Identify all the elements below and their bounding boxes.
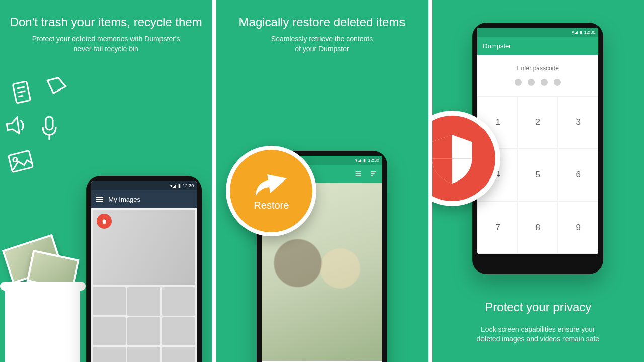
promo-panel-recycle: Don't trash your items, recycle them Pro… xyxy=(0,0,212,362)
shield-icon xyxy=(432,132,476,185)
keypad-key[interactable]: 2 xyxy=(518,96,558,149)
signal-icon: ▾◢ xyxy=(572,30,578,35)
keypad-key[interactable]: 9 xyxy=(558,201,598,254)
status-bar: ▾◢ ▮ 12:30 xyxy=(91,181,197,190)
grid-image[interactable] xyxy=(162,317,195,346)
app-bar-title: Dumpster xyxy=(482,42,511,50)
keypad-key[interactable]: 6 xyxy=(558,149,598,202)
grid-image-selected[interactable] xyxy=(93,210,195,285)
list-view-icon[interactable] xyxy=(354,170,362,178)
trash-icon xyxy=(101,218,108,225)
delete-badge[interactable] xyxy=(97,214,112,229)
subheadline: Protect your deleted memories with Dumps… xyxy=(0,34,212,54)
diamond-icon xyxy=(42,72,70,99)
svg-rect-6 xyxy=(46,117,53,130)
headline: Protect your privacy xyxy=(432,300,644,314)
grid-image[interactable] xyxy=(127,347,160,362)
promo-panel-restore: Magically restore deleted items Seamless… xyxy=(216,0,428,362)
signal-icon: ▾◢ xyxy=(355,158,361,163)
promo-panel-privacy: ▾◢ ▮ 12:30 Dumpster Enter passcode 1 2 3… xyxy=(432,0,644,362)
grid-image[interactable] xyxy=(127,287,160,316)
svg-marker-5 xyxy=(6,118,19,135)
status-time: 12:30 xyxy=(584,30,596,35)
status-time: 12:30 xyxy=(368,158,379,163)
phone-mock-gallery: ▾◢ ▮ 12:30 My Images xyxy=(86,176,202,362)
restore-label: Restore xyxy=(254,200,289,211)
svg-line-3 xyxy=(18,96,23,97)
keypad-key[interactable]: 5 xyxy=(518,149,558,202)
subheadline: Lock screen capabilities ensure yourdele… xyxy=(442,325,634,344)
signal-icon: ▾◢ xyxy=(170,183,176,188)
battery-icon: ▮ xyxy=(580,30,582,35)
headline: Magically restore deleted items xyxy=(216,15,428,29)
status-bar: ▾◢ ▮ 12:30 xyxy=(477,28,598,37)
svg-line-2 xyxy=(18,91,26,93)
app-bar-title: My Images xyxy=(108,196,140,203)
restore-arrow-icon xyxy=(254,171,289,199)
keypad-key[interactable]: 7 xyxy=(477,201,518,254)
keypad-key[interactable]: 3 xyxy=(558,96,598,149)
status-time: 12:30 xyxy=(183,183,194,188)
image-grid[interactable] xyxy=(91,208,197,362)
subheadline: Seamlessly retrieve the contentsof your … xyxy=(216,34,428,54)
mic-icon xyxy=(39,115,59,143)
grid-image[interactable] xyxy=(162,287,195,316)
grid-image[interactable] xyxy=(127,317,160,346)
image-icon xyxy=(6,148,36,175)
menu-icon[interactable] xyxy=(96,197,103,202)
app-bar: My Images xyxy=(91,190,197,208)
restore-badge[interactable]: Restore xyxy=(226,146,316,236)
grid-image[interactable] xyxy=(93,347,126,362)
app-bar: Dumpster xyxy=(477,37,598,55)
svg-point-9 xyxy=(13,157,18,162)
battery-icon: ▮ xyxy=(178,183,181,188)
sort-icon[interactable] xyxy=(369,170,377,178)
recycle-bin-illustration xyxy=(0,287,96,362)
svg-line-1 xyxy=(17,87,25,88)
headline: Don't trash your items, recycle them xyxy=(0,15,212,29)
passcode-label: Enter passcode xyxy=(517,65,559,72)
grid-image[interactable] xyxy=(93,317,126,345)
passcode-dots xyxy=(515,79,561,86)
speaker-icon xyxy=(4,114,28,137)
document-icon xyxy=(10,78,35,106)
grid-image[interactable] xyxy=(162,347,195,362)
grid-image[interactable] xyxy=(93,287,126,315)
keypad-key[interactable]: 8 xyxy=(518,201,558,254)
battery-icon: ▮ xyxy=(363,158,366,163)
svg-marker-4 xyxy=(44,75,67,96)
